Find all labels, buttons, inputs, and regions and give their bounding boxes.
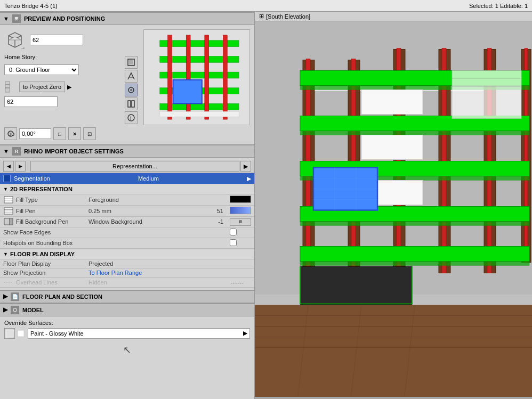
fill-pen-icon-row: Fill Pen xyxy=(3,207,82,215)
svg-rect-79 xyxy=(300,267,412,304)
show-face-edges-value xyxy=(85,227,205,238)
viewport-title-bar: ⊞ [South Elevation] xyxy=(255,12,532,21)
rhino-section-header[interactable]: ▼ R RHINO IMPORT OBJECT SETTINGS xyxy=(0,145,254,158)
to-project-zero-btn[interactable]: to Project Zero xyxy=(19,82,65,92)
model-section-label: MODEL xyxy=(22,307,44,313)
svg-rect-14 xyxy=(132,101,134,107)
svg-rect-66 xyxy=(300,131,529,135)
model-section-arrow: ▶ xyxy=(3,306,7,313)
show-face-edges-num xyxy=(205,227,227,238)
override-surfaces-row: Paint - Glossy White ▶ xyxy=(4,328,250,339)
fill-bg-monitor[interactable]: 🖥 xyxy=(230,218,251,226)
svg-rect-39 xyxy=(10,218,13,225)
material-small-icon xyxy=(17,330,26,337)
overhead-lines-label: Overhead Lines xyxy=(16,279,58,286)
fill-type-row: Fill Type Foreground xyxy=(0,194,254,206)
floor-plan-section-label: FLOOR PLAN AND SECTION xyxy=(22,294,102,300)
window-title: Tenzo Bridge 4-5 (1) xyxy=(4,3,58,9)
cursor-arrow-icon: ↖ xyxy=(123,344,131,356)
model-section-header[interactable]: ▶ ⬡ MODEL xyxy=(0,304,254,316)
left-panel: ▼ ⊞ PREVIEW AND POSITIONING xyxy=(0,12,255,399)
floor-plan-display-value: Projected xyxy=(85,259,214,268)
svg-text:→: → xyxy=(20,45,26,51)
rhino-toolbar: ◀ ▶ Representation... ▶ xyxy=(0,160,254,173)
floor-plan-section-header[interactable]: ▶ 📄 FLOOR PLAN AND SECTION xyxy=(0,290,254,303)
override-surfaces-area: Override Surfaces: Paint - Glossy White … xyxy=(0,316,254,342)
preview-svg xyxy=(144,30,249,125)
hotspots-checkbox-cell xyxy=(227,238,254,248)
view-icon-2[interactable] xyxy=(125,70,138,83)
value2-input[interactable]: 62 xyxy=(4,96,58,107)
preview-content: → 62 Home Story: 0. Ground Floor xyxy=(4,29,250,125)
rotation-input[interactable]: 0,00° xyxy=(19,128,51,139)
hotspots-row: Hotspots on Bounding Box xyxy=(0,238,254,248)
svg-marker-4 xyxy=(9,37,21,40)
next-btn[interactable]: ▶ xyxy=(15,161,26,172)
svg-rect-31 xyxy=(4,197,13,203)
close-icon-small[interactable]: ✕ xyxy=(68,127,81,140)
cursor-area: ↖ xyxy=(0,342,254,358)
prev-btn[interactable]: ◀ xyxy=(3,161,14,172)
svg-rect-71 xyxy=(361,135,423,160)
toolbar-expand-arrow[interactable]: ▶ xyxy=(240,161,251,172)
preview-section-header[interactable]: ▼ ⊞ PREVIEW AND POSITIONING xyxy=(0,12,254,25)
view-icon-5[interactable]: i xyxy=(125,111,138,124)
view-icon-3[interactable] xyxy=(125,84,138,96)
fill-pen-value: 0.25 mm xyxy=(85,206,205,217)
viewport-canvas[interactable] xyxy=(255,21,532,397)
material-name: Paint - Glossy White xyxy=(30,330,84,337)
seg-icon xyxy=(3,175,11,182)
svg-rect-64 xyxy=(300,247,529,262)
fill-pen-num: 51 xyxy=(205,206,227,217)
overhead-lines-label-cell: Overhead Lines xyxy=(0,277,85,287)
fill-pen-label: Fill Pen xyxy=(16,208,36,214)
expand-icon[interactable]: ⊡ xyxy=(83,127,96,140)
fill-type-label: Fill Type xyxy=(16,197,38,203)
svg-rect-10 xyxy=(129,60,133,64)
fill-type-swatch xyxy=(227,194,254,206)
value1-row: → 62 xyxy=(4,29,119,51)
representation-btn[interactable]: Representation... xyxy=(30,161,239,172)
checkbox-icon-1[interactable]: □ xyxy=(53,127,66,140)
overhead-lines-row: Overhead Lines Hidden - - - - - - xyxy=(0,277,254,287)
fill-type-color[interactable] xyxy=(230,196,251,203)
show-face-edges-row: Show Face Edges xyxy=(0,227,254,238)
floor-plan-display-header[interactable]: ▼ FLOOR PLAN DISPLAY xyxy=(0,249,254,259)
floor-plan-section-icon: 📄 xyxy=(11,292,19,301)
override-surfaces-label: Override Surfaces: xyxy=(4,320,53,326)
2d-arrow: ▼ xyxy=(3,186,8,192)
material-name-btn[interactable]: Paint - Glossy White ▶ xyxy=(28,328,250,339)
preview-bottom-icon-1[interactable]: 3D xyxy=(4,127,17,140)
overhead-icon xyxy=(3,279,14,286)
3d-view-svg xyxy=(255,21,532,397)
svg-rect-70 xyxy=(361,90,423,115)
fill-pen-label-cell: Fill Pen xyxy=(0,206,85,217)
hotspots-checkbox[interactable] xyxy=(230,239,237,246)
fill-pen-swatch xyxy=(227,206,254,217)
view-icon-1[interactable] xyxy=(125,56,138,69)
fill-pen-color[interactable] xyxy=(230,207,251,214)
show-face-edges-checkbox[interactable] xyxy=(230,229,237,235)
hotspots-label: Hotspots on Bounding Box xyxy=(0,238,85,248)
svg-point-12 xyxy=(130,89,132,91)
svg-rect-24 xyxy=(186,35,190,119)
fill-type-icon-row: Fill Type xyxy=(3,196,82,203)
3d-preview-canvas xyxy=(143,29,250,125)
value1-input[interactable]: 62 xyxy=(30,35,83,45)
2d-representation-header[interactable]: ▼ 2D REPRESENTATION xyxy=(0,184,254,194)
view-icon-4[interactable] xyxy=(125,97,138,110)
rhino-icon: R xyxy=(12,147,21,156)
fill-bg-icon-row: Fill Background Pen xyxy=(3,218,82,225)
fill-pen-row: Fill Pen 0.25 mm 51 xyxy=(0,206,254,217)
floor-plan-arrow: ▼ xyxy=(3,251,8,257)
material-icon xyxy=(4,328,15,339)
show-projection-row: Show Projection To Floor Plan Range xyxy=(0,268,254,277)
segmentation-row[interactable]: Segmentation Medium ▶ xyxy=(0,173,254,184)
svg-rect-69 xyxy=(300,262,529,266)
home-story-select[interactable]: 0. Ground Floor xyxy=(4,64,79,75)
preview-content-area: → 62 Home Story: 0. Ground Floor xyxy=(0,25,254,144)
rhino-content: ◀ ▶ Representation... ▶ Segmentation Med… xyxy=(0,158,254,290)
svg-rect-25 xyxy=(205,35,209,119)
svg-rect-92 xyxy=(452,71,521,119)
right-panel: ⊞ [South Elevation] xyxy=(255,12,532,399)
